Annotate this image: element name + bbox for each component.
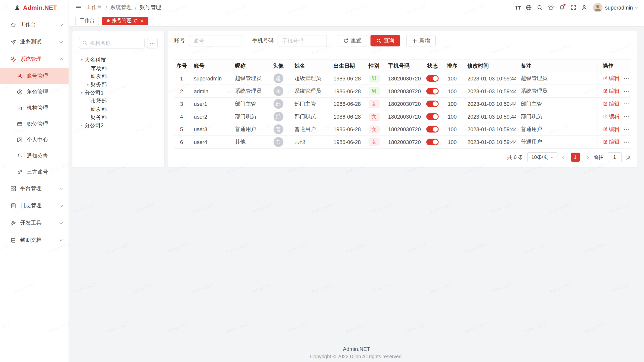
- org-more-button[interactable]: ···: [147, 38, 157, 48]
- edit-button[interactable]: 编辑: [603, 138, 620, 146]
- tab-workbench[interactable]: 工作台: [75, 17, 99, 25]
- link-icon: [17, 169, 23, 175]
- breadcrumb-item-workbench[interactable]: 工作台: [86, 4, 102, 11]
- breadcrumb-item-account[interactable]: 账号管理: [140, 4, 161, 11]
- sidebar-item-workbench[interactable]: 工作台: [0, 16, 69, 33]
- tab-refresh-icon[interactable]: [134, 18, 138, 23]
- app-logo[interactable]: Admin.NET: [0, 0, 69, 15]
- sidebar-item-account-management[interactable]: 账号管理: [0, 68, 69, 84]
- caret-down-icon[interactable]: ▾: [79, 91, 85, 95]
- status-toggle[interactable]: [426, 126, 439, 133]
- next-page-button[interactable]: [584, 156, 589, 159]
- cell-gender: 女: [365, 110, 383, 123]
- fullscreen-icon[interactable]: [568, 0, 579, 15]
- font-size-icon[interactable]: TT: [512, 0, 523, 15]
- tree-node[interactable]: 市场部: [85, 64, 158, 72]
- column-header: 账号: [189, 60, 230, 72]
- page-size-select[interactable]: 10条/页: [527, 152, 557, 162]
- more-dots-icon: ···: [150, 40, 155, 46]
- sidebar-item-notice-announcement[interactable]: 通知公告: [0, 148, 69, 164]
- tree-node[interactable]: ▸分公司2: [79, 121, 157, 130]
- cell-remark: 系统管理员: [516, 85, 598, 98]
- goto-page-input[interactable]: [608, 152, 622, 162]
- sidebar-item-org-management[interactable]: 机构管理: [0, 100, 69, 116]
- cell-birthdate: 1986-06-28: [329, 85, 365, 98]
- status-toggle[interactable]: [426, 101, 439, 107]
- more-actions-button[interactable]: ···: [624, 101, 630, 107]
- edit-button[interactable]: 编辑: [603, 75, 620, 82]
- caret-right-icon[interactable]: ▸: [85, 82, 91, 86]
- tab-account-management[interactable]: 账号管理 ×: [102, 17, 148, 25]
- sidebar-item-help-docs[interactable]: 帮助文档: [0, 232, 69, 249]
- sidebar-item-label: 平台管理: [20, 185, 60, 192]
- edit-icon: [603, 127, 608, 132]
- user-icon: [17, 73, 23, 79]
- tree-children: 市场部研发部财务部: [79, 97, 157, 121]
- account-label: 账号: [174, 37, 185, 44]
- caret-right-icon[interactable]: ▸: [79, 123, 85, 127]
- sidebar-item-log-management[interactable]: 日志管理: [0, 197, 69, 214]
- more-actions-button[interactable]: ···: [624, 75, 630, 81]
- reset-button[interactable]: 重置: [338, 35, 367, 47]
- account-input[interactable]: [189, 35, 242, 47]
- status-toggle[interactable]: [426, 139, 439, 145]
- username[interactable]: superadmin: [605, 4, 633, 10]
- profile-icon: [17, 137, 23, 143]
- page-unit-label: 页: [626, 154, 631, 161]
- menu-collapse-icon[interactable]: [75, 4, 81, 10]
- tree-node[interactable]: 研发部: [85, 105, 158, 113]
- tab-close-icon[interactable]: ×: [140, 18, 143, 23]
- sidebar-item-label: 系统管理: [20, 55, 60, 63]
- notification-bell-icon[interactable]: [556, 0, 568, 15]
- tree-node[interactable]: ▾分公司1: [79, 89, 157, 97]
- edit-button[interactable]: 编辑: [603, 87, 620, 95]
- user-avatar[interactable]: [593, 3, 603, 12]
- app-logo-text: Admin.NET: [23, 4, 57, 11]
- cell-order: 100: [442, 72, 463, 85]
- caret-down-icon[interactable]: ▾: [79, 58, 85, 62]
- edit-button[interactable]: 编辑: [603, 113, 620, 120]
- org-search-box: [79, 38, 144, 48]
- sidebar-item-position-management[interactable]: 职位管理: [0, 116, 69, 132]
- phone-input[interactable]: [278, 35, 327, 47]
- sidebar-item-third-party-account[interactable]: 三方账号: [0, 164, 69, 180]
- tree-node[interactable]: 研发部: [85, 72, 158, 80]
- current-page-button[interactable]: 1: [571, 153, 580, 162]
- sidebar-item-business-test[interactable]: 业务测试: [0, 33, 69, 51]
- cell-nickname: 普通用户: [230, 123, 267, 136]
- tree-node[interactable]: ▾大名科技: [79, 56, 157, 64]
- cell-avatar: 其: [267, 136, 290, 149]
- status-toggle[interactable]: [426, 113, 439, 120]
- sidebar-item-platform-management[interactable]: 平台管理: [0, 180, 69, 197]
- sidebar-item-personal-center[interactable]: 个人中心: [0, 132, 69, 148]
- tree-node[interactable]: ▸财务部: [85, 80, 158, 89]
- theme-icon[interactable]: [545, 0, 556, 15]
- profile-icon[interactable]: [579, 0, 590, 15]
- org-search-input[interactable]: [79, 38, 144, 48]
- language-icon[interactable]: [523, 0, 534, 15]
- more-actions-button[interactable]: ···: [624, 88, 630, 94]
- table-row: 1superadmin超级管理员超超级管理员1986-06-28男1802003…: [174, 72, 631, 85]
- status-toggle[interactable]: [426, 75, 439, 82]
- more-actions-button[interactable]: ···: [624, 113, 630, 119]
- more-actions-button[interactable]: ···: [624, 139, 630, 145]
- tree-node[interactable]: 财务部: [85, 113, 158, 122]
- tree-node[interactable]: 市场部: [85, 97, 158, 105]
- edit-button[interactable]: 编辑: [603, 126, 620, 133]
- sidebar-item-dev-tools[interactable]: 开发工具: [0, 214, 69, 232]
- tree-node-label: 财务部: [91, 114, 107, 121]
- cell-phone: 18020030720: [383, 85, 423, 98]
- more-actions-button[interactable]: ···: [624, 126, 630, 132]
- avatar: 超: [273, 73, 283, 83]
- status-toggle[interactable]: [426, 88, 439, 95]
- breadcrumb-item-system[interactable]: 系统管理: [110, 4, 132, 11]
- sidebar-item-system-management[interactable]: 系统管理: [0, 51, 69, 68]
- tree-node-label: 市场部: [91, 97, 107, 105]
- search-icon[interactable]: [534, 0, 545, 15]
- prev-page-button[interactable]: [561, 156, 567, 159]
- add-button[interactable]: 新增: [406, 35, 436, 47]
- search-button[interactable]: 查询: [371, 35, 400, 47]
- sidebar-item-label: 日志管理: [20, 202, 60, 209]
- sidebar-item-role-management[interactable]: 角色管理: [0, 84, 69, 100]
- edit-button[interactable]: 编辑: [603, 100, 620, 107]
